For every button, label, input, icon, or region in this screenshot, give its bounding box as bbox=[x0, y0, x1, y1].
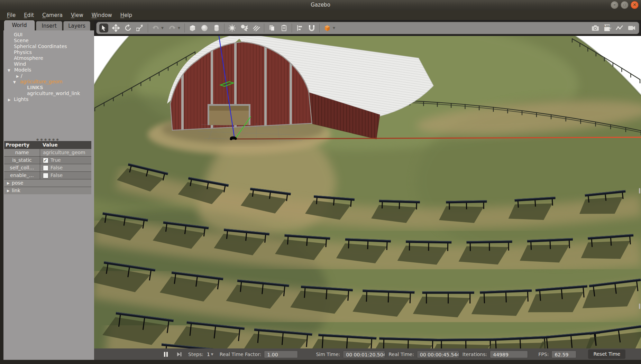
tree-item-spherical-coordinates[interactable]: Spherical Coordinates bbox=[3, 44, 94, 49]
checkbox-unchecked-icon[interactable] bbox=[43, 173, 48, 178]
steps-label: Steps: bbox=[188, 352, 203, 357]
log-record-label: LOG bbox=[604, 25, 610, 28]
property-row-pose[interactable]: ▶pose bbox=[4, 179, 91, 187]
property-row-self-collide[interactable]: self_coll… False bbox=[4, 164, 91, 171]
splitter-grip[interactable] bbox=[639, 188, 640, 194]
simulation-status-bar: Steps: 1 ▼ Real Time Factor: 1.00 Sim Ti… bbox=[94, 348, 641, 360]
iterations-label: Iterations: bbox=[463, 352, 487, 357]
gazebo-window: { "window": {"title": "Gazebo"}, "menu":… bbox=[0, 0, 641, 364]
insert-model-menu-icon[interactable]: ▼ bbox=[333, 26, 336, 30]
undo-history-icon[interactable]: ▼ bbox=[161, 26, 165, 30]
checkbox-checked-icon[interactable] bbox=[43, 158, 48, 163]
cylinder-shape-icon[interactable] bbox=[212, 24, 221, 32]
real-time-label: Real Time: bbox=[388, 352, 414, 357]
fps-value: 62.59 bbox=[551, 351, 576, 358]
tab-world[interactable]: World bbox=[4, 20, 35, 30]
window-title: Gazebo bbox=[0, 0, 641, 10]
video-record-icon[interactable] bbox=[627, 24, 636, 32]
world-tree: GUI Scene Spherical Coordinates Physics … bbox=[3, 32, 94, 102]
tree-item-gui[interactable]: GUI bbox=[3, 32, 94, 38]
paste-icon[interactable] bbox=[280, 24, 289, 32]
real-time-value: 00 00:00:45.544 bbox=[417, 351, 459, 358]
menu-window[interactable]: Window bbox=[88, 10, 116, 20]
pause-button[interactable] bbox=[163, 352, 169, 357]
scale-tool-icon[interactable] bbox=[136, 24, 145, 32]
redo-icon[interactable] bbox=[168, 24, 177, 32]
fps-label: FPS: bbox=[538, 352, 549, 357]
property-row-enable-wind[interactable]: enable_… False bbox=[4, 171, 91, 179]
viewport-3d[interactable] bbox=[94, 36, 641, 348]
menu-edit[interactable]: Edit bbox=[20, 10, 38, 20]
toolbar: ▼ ▼ bbox=[94, 20, 641, 36]
sim-time-value: 00 00:01:20.504 bbox=[343, 351, 385, 358]
sim-time-label: Sim Time: bbox=[316, 352, 340, 357]
box-shape-icon[interactable] bbox=[188, 24, 197, 32]
tab-insert[interactable]: Insert bbox=[36, 21, 62, 30]
tree-item-root-model[interactable]: ▶/ bbox=[3, 73, 94, 79]
property-table: ● ● ● ● ● ● Property Value name agricult… bbox=[4, 141, 91, 194]
panel-tabs: World Insert Layers bbox=[3, 20, 94, 30]
rtf-label: Real Time Factor: bbox=[220, 352, 262, 357]
rtf-value[interactable]: 1.00 bbox=[264, 351, 298, 358]
barn-door bbox=[208, 104, 250, 125]
checkbox-unchecked-icon[interactable] bbox=[43, 165, 48, 171]
copy-icon[interactable] bbox=[267, 24, 276, 32]
splitter-grip[interactable] bbox=[639, 304, 640, 309]
property-row-name[interactable]: name agriculture_geom bbox=[4, 149, 91, 156]
expander-right-icon[interactable]: ▶ bbox=[7, 179, 10, 187]
translate-tool-icon[interactable] bbox=[111, 24, 120, 32]
expander-right-icon[interactable]: ▶ bbox=[8, 97, 11, 103]
minimize-button[interactable]: – bbox=[611, 1, 619, 9]
tree-item-atmosphere[interactable]: Atmosphere bbox=[3, 55, 94, 61]
align-icon[interactable] bbox=[295, 24, 304, 32]
tree-item-links[interactable]: LINKS bbox=[3, 85, 94, 91]
steps-value[interactable]: 1 bbox=[207, 352, 210, 357]
plot-icon[interactable] bbox=[615, 24, 624, 32]
tree-item-wind[interactable]: Wind bbox=[3, 61, 94, 67]
iterations-value: 44989 bbox=[490, 351, 528, 358]
menu-view[interactable]: View bbox=[67, 10, 88, 20]
expander-down-icon[interactable]: ▼ bbox=[13, 79, 16, 85]
close-button[interactable]: ✕ bbox=[631, 1, 639, 9]
insert-nested-model-icon[interactable] bbox=[323, 24, 332, 32]
tree-item-models[interactable]: ▼Models bbox=[3, 67, 94, 73]
menu-bar: File Edit Camera View Window Help bbox=[0, 10, 641, 20]
left-panel: World Insert Layers GUI Scene Spherical … bbox=[3, 20, 94, 360]
expander-down-icon[interactable]: ▼ bbox=[8, 67, 10, 73]
tab-layers[interactable]: Layers bbox=[63, 21, 90, 30]
title-bar[interactable]: Gazebo – ▢ ✕ bbox=[0, 0, 641, 11]
undo-icon[interactable] bbox=[151, 24, 160, 32]
directional-light-icon[interactable] bbox=[252, 24, 261, 32]
property-table-header: Property Value bbox=[4, 141, 91, 149]
tree-item-lights[interactable]: ▶Lights bbox=[3, 96, 94, 102]
expander-right-icon[interactable]: ▶ bbox=[16, 73, 19, 79]
sphere-shape-icon[interactable] bbox=[200, 24, 209, 32]
tree-item-scene[interactable]: Scene bbox=[3, 38, 94, 44]
redo-history-icon[interactable]: ▼ bbox=[178, 26, 181, 30]
maximize-button[interactable]: ▢ bbox=[621, 1, 629, 9]
menu-camera[interactable]: Camera bbox=[38, 10, 67, 20]
menu-help[interactable]: Help bbox=[116, 10, 136, 20]
splitter-handle[interactable]: ● ● ● ● ● ● bbox=[4, 138, 91, 141]
rotate-tool-icon[interactable] bbox=[123, 24, 132, 32]
tree-item-agriculture-geom[interactable]: ▼agriculture_geom bbox=[3, 79, 94, 85]
screenshot-icon[interactable] bbox=[591, 24, 600, 32]
snap-icon[interactable] bbox=[307, 24, 316, 32]
point-light-icon[interactable] bbox=[228, 24, 237, 32]
steps-spinner-icon[interactable]: ▼ bbox=[211, 353, 213, 356]
spot-light-icon[interactable] bbox=[240, 24, 249, 32]
reset-time-button[interactable]: Reset Time bbox=[588, 349, 625, 359]
menu-file[interactable]: File bbox=[3, 10, 20, 20]
step-button[interactable] bbox=[176, 352, 182, 357]
log-record-icon[interactable]: LOG bbox=[603, 24, 612, 32]
select-tool-icon[interactable] bbox=[99, 24, 108, 32]
tree-item-agriculture-world-link[interactable]: agriculture_world_link bbox=[3, 91, 94, 96]
property-row-is-static[interactable]: is_static True bbox=[4, 156, 91, 164]
property-row-link[interactable]: ▶link bbox=[4, 187, 91, 194]
tree-item-physics[interactable]: Physics bbox=[3, 49, 94, 55]
expander-right-icon[interactable]: ▶ bbox=[7, 187, 10, 194]
